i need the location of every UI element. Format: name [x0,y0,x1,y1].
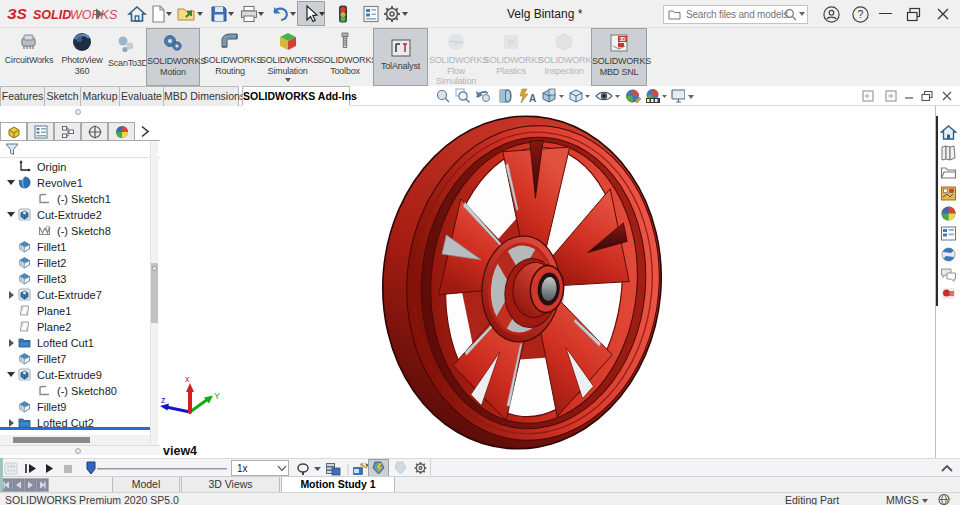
svg-text:P: P [508,38,514,48]
svg-text:Y: Y [214,391,220,401]
svg-text:3D: 3D [620,36,627,42]
svg-text:x: x [185,374,190,384]
svg-text:z: z [161,395,166,405]
svg-text:?: ? [858,8,864,20]
svg-text:SOLID: SOLID [33,8,71,22]
svg-text:A: A [529,93,536,104]
svg-text:view4: view4 [163,444,197,458]
svg-text:ЗS: ЗS [7,5,27,22]
